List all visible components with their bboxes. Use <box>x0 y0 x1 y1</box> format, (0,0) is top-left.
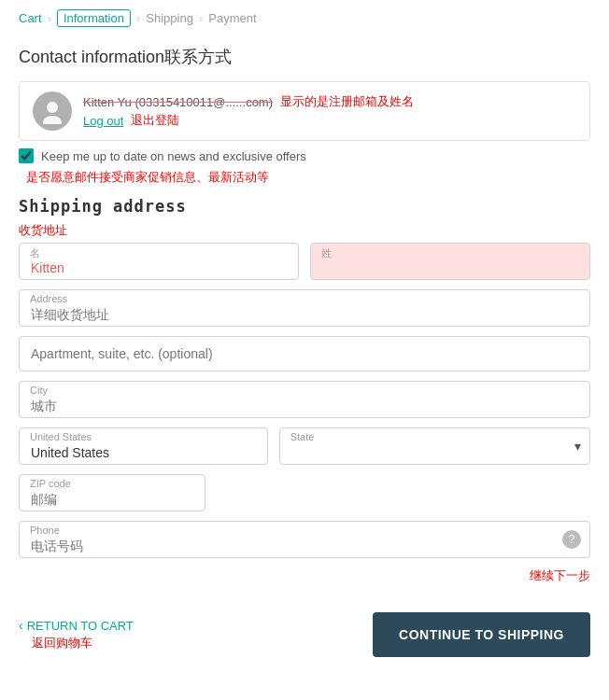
phone-input[interactable] <box>19 521 590 558</box>
continue-to-shipping-button[interactable]: CONTINUE TO SHIPPING <box>373 612 590 657</box>
apt-field <box>19 336 590 371</box>
state-label: State <box>290 431 315 442</box>
breadcrumb-sep-1: › <box>48 11 51 25</box>
first-name-field: 名 <box>19 243 299 280</box>
annotation-return: 返回购物车 <box>32 635 134 651</box>
svg-point-1 <box>43 116 62 124</box>
user-details: Kitten Yu (03315410011@......com) 显示的是注册… <box>83 93 576 129</box>
state-field: State Alabama Alaska Arizona California … <box>279 427 590 465</box>
address-field: Address <box>19 289 590 327</box>
phone-help-icon[interactable]: ? <box>562 530 581 549</box>
city-field: City <box>19 381 590 418</box>
breadcrumb: Cart › Information › Shipping › Payment <box>0 0 609 36</box>
country-field: United States <box>19 427 268 465</box>
annotation-logout: 退出登陆 <box>131 112 179 129</box>
user-info-box: Kitten Yu (03315410011@......com) 显示的是注册… <box>19 81 590 141</box>
city-row: City <box>19 381 590 418</box>
svg-point-0 <box>47 102 58 113</box>
contact-section-title: Contact information联系方式 <box>19 46 590 68</box>
annotation-user: 显示的是注册邮箱及姓名 <box>280 93 414 110</box>
newsletter-label: Keep me up to date on news and exclusive… <box>41 149 306 163</box>
annotation-checkbox: 是否愿意邮件接受商家促销信息、最新活动等 <box>26 169 590 186</box>
newsletter-checkbox[interactable] <box>19 148 34 163</box>
return-cart-label: RETURN TO CART <box>27 619 134 633</box>
first-name-label: 名 <box>30 246 40 260</box>
breadcrumb-cart[interactable]: Cart <box>19 11 42 25</box>
chevron-left-icon: ‹ <box>19 618 23 633</box>
continue-annotation: 继续下一步 <box>19 567 590 584</box>
zip-label: ZIP code <box>30 478 71 489</box>
phone-label: Phone <box>30 525 60 536</box>
address-label: Address <box>30 293 67 304</box>
state-select[interactable]: Alabama Alaska Arizona California New Yo… <box>279 427 590 465</box>
footer-row: ‹ RETURN TO CART 返回购物车 CONTINUE TO SHIPP… <box>19 603 590 657</box>
avatar <box>33 91 72 131</box>
breadcrumb-information: Information <box>57 9 131 27</box>
address-row: Address <box>19 289 590 327</box>
city-input[interactable] <box>19 381 590 418</box>
apt-row <box>19 336 590 371</box>
user-name-email: Kitten Yu (03315410011@......com) <box>83 95 273 109</box>
last-name-label-text: 姓 <box>321 246 332 260</box>
country-label: United States <box>30 431 92 442</box>
zip-row: ZIP code <box>19 474 590 511</box>
breadcrumb-sep-3: › <box>199 11 203 25</box>
breadcrumb-shipping: Shipping <box>146 11 193 25</box>
last-name-field: 姓 <box>310 243 590 280</box>
last-name-input[interactable] <box>310 243 590 280</box>
main-content: Contact information联系方式 Kitten Yu (03315… <box>0 36 609 676</box>
address-input[interactable] <box>19 289 590 327</box>
annotation-address: 收货地址 <box>19 222 590 239</box>
name-row: 名 姓 <box>19 243 590 280</box>
phone-row: Phone ? <box>19 521 590 558</box>
apt-input[interactable] <box>19 336 590 371</box>
newsletter-checkbox-row: Keep me up to date on news and exclusive… <box>19 148 590 163</box>
zip-field: ZIP code <box>19 474 205 511</box>
breadcrumb-payment: Payment <box>208 11 256 25</box>
breadcrumb-sep-2: › <box>136 11 140 25</box>
logout-link[interactable]: Log out <box>83 114 123 128</box>
return-to-cart-link[interactable]: ‹ RETURN TO CART <box>19 618 134 633</box>
first-name-input[interactable] <box>19 243 299 280</box>
city-label: City <box>30 385 48 396</box>
state-select-wrapper: State Alabama Alaska Arizona California … <box>279 427 590 465</box>
country-state-row: United States State Alabama Alaska Arizo… <box>19 427 590 465</box>
shipping-address-title: Shipping address <box>19 197 590 217</box>
